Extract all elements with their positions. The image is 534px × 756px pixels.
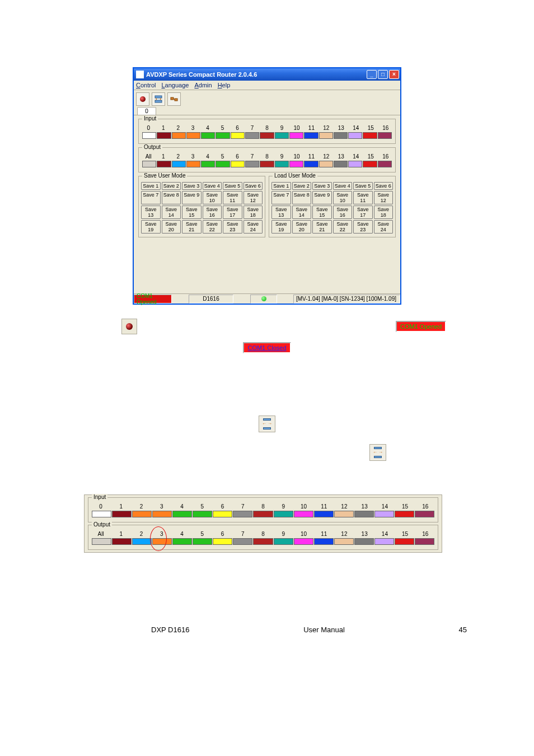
dinSwatch-swatch[interactable]	[294, 511, 313, 517]
inSwatch-swatch[interactable]	[142, 132, 156, 139]
doutSwatch-swatch[interactable]	[92, 538, 111, 545]
dinSwatch-swatch[interactable]	[193, 511, 212, 517]
doutSwatch-swatch[interactable]	[395, 538, 414, 545]
load-mode-button[interactable]: Save 13	[271, 206, 291, 219]
save-mode-button[interactable]: Save 10	[203, 191, 222, 204]
swap-button-standalone-1[interactable]: ← →	[259, 416, 275, 432]
save-mode-button[interactable]: Save 14	[162, 206, 181, 219]
outSwatch-swatch[interactable]	[216, 161, 229, 167]
outSwatch-swatch[interactable]	[231, 161, 245, 167]
load-mode-button[interactable]: Save 6	[374, 182, 394, 190]
load-mode-button[interactable]: Save 15	[312, 206, 332, 219]
load-mode-button[interactable]: Save 16	[333, 206, 353, 219]
doutSwatch-swatch[interactable]	[112, 538, 132, 545]
dinSwatch-swatch[interactable]	[112, 511, 132, 517]
load-mode-button[interactable]: Save 20	[292, 220, 312, 234]
save-mode-button[interactable]: Save 4	[203, 182, 222, 190]
maximize-button[interactable]: □	[378, 70, 388, 79]
save-mode-button[interactable]: Save 16	[203, 206, 222, 219]
dinSwatch-swatch[interactable]	[253, 511, 273, 517]
save-mode-button[interactable]: Save 24	[243, 220, 263, 234]
inSwatch-swatch[interactable]	[378, 132, 392, 139]
dinSwatch-swatch[interactable]	[314, 511, 334, 517]
save-mode-button[interactable]: Save 23	[223, 220, 242, 234]
inSwatch-swatch[interactable]	[201, 132, 215, 139]
record-button[interactable]	[136, 92, 149, 106]
doutSwatch-swatch[interactable]	[253, 538, 273, 545]
save-mode-button[interactable]: Save 9	[182, 191, 202, 204]
load-mode-button[interactable]: Save 1	[271, 182, 291, 190]
save-mode-button[interactable]: Save 6	[243, 182, 263, 190]
tab-0[interactable]: 0	[137, 107, 156, 115]
doutSwatch-swatch[interactable]	[354, 538, 374, 545]
outSwatch-swatch[interactable]	[348, 161, 362, 167]
save-mode-button[interactable]: Save 18	[243, 206, 263, 219]
dinSwatch-swatch[interactable]	[415, 511, 434, 517]
doutSwatch-swatch[interactable]	[334, 538, 354, 545]
doutSwatch-swatch[interactable]	[152, 538, 172, 545]
load-mode-button[interactable]: Save 24	[374, 220, 394, 234]
outSwatch-swatch[interactable]	[304, 161, 318, 167]
menu-language[interactable]: Language	[161, 82, 189, 88]
save-mode-button[interactable]: Save 11	[223, 191, 242, 204]
save-mode-button[interactable]: Save 2	[162, 182, 181, 190]
inSwatch-swatch[interactable]	[334, 132, 348, 139]
load-mode-button[interactable]: Save 19	[271, 220, 291, 234]
load-mode-button[interactable]: Save 9	[312, 191, 332, 204]
save-mode-button[interactable]: Save 20	[162, 220, 181, 234]
inSwatch-swatch[interactable]	[363, 132, 377, 139]
load-mode-button[interactable]: Save 23	[353, 220, 373, 234]
swap-button-standalone-2[interactable]: ← →	[369, 444, 386, 461]
inSwatch-swatch[interactable]	[289, 132, 303, 139]
record-button-standalone[interactable]	[121, 319, 137, 334]
outSwatch-swatch[interactable]	[245, 161, 259, 167]
doutSwatch-swatch[interactable]	[233, 538, 252, 545]
inSwatch-swatch[interactable]	[304, 132, 318, 139]
load-mode-button[interactable]: Save 8	[292, 191, 312, 204]
dinSwatch-swatch[interactable]	[274, 511, 293, 517]
save-mode-button[interactable]: Save 19	[141, 220, 161, 234]
load-mode-button[interactable]: Save 11	[353, 191, 373, 204]
outSwatch-swatch[interactable]	[186, 161, 200, 167]
dinSwatch-swatch[interactable]	[152, 511, 172, 517]
dinSwatch-swatch[interactable]	[213, 511, 232, 517]
doutSwatch-swatch[interactable]	[294, 538, 313, 545]
inSwatch-swatch[interactable]	[186, 132, 200, 139]
minimize-button[interactable]: _	[367, 70, 377, 79]
outSwatch-swatch[interactable]	[289, 161, 303, 167]
outSwatch-swatch[interactable]	[275, 161, 289, 167]
save-mode-button[interactable]: Save 22	[203, 220, 222, 234]
outSwatch-swatch[interactable]	[172, 161, 186, 167]
dinSwatch-swatch[interactable]	[395, 511, 414, 517]
save-mode-button[interactable]: Save 13	[141, 206, 161, 219]
dinSwatch-swatch[interactable]	[132, 511, 152, 517]
inSwatch-swatch[interactable]	[319, 132, 333, 139]
swap-button[interactable]	[152, 92, 165, 106]
outSwatch-swatch[interactable]	[319, 161, 333, 167]
close-button[interactable]: ×	[389, 70, 399, 79]
doutSwatch-swatch[interactable]	[132, 538, 152, 545]
outSwatch-swatch[interactable]	[260, 161, 274, 167]
outSwatch-swatch[interactable]	[334, 161, 348, 167]
inSwatch-swatch[interactable]	[231, 132, 245, 139]
inSwatch-swatch[interactable]	[348, 132, 362, 139]
inSwatch-swatch[interactable]	[260, 132, 274, 139]
load-mode-button[interactable]: Save 3	[312, 182, 332, 190]
dinSwatch-swatch[interactable]	[354, 511, 374, 517]
load-mode-button[interactable]: Save 2	[292, 182, 312, 190]
network-button[interactable]	[167, 92, 181, 106]
load-mode-button[interactable]: Save 7	[271, 191, 291, 204]
dinSwatch-swatch[interactable]	[374, 511, 394, 517]
doutSwatch-swatch[interactable]	[172, 538, 192, 545]
doutSwatch-swatch[interactable]	[314, 538, 334, 545]
load-mode-button[interactable]: Save 5	[353, 182, 373, 190]
menu-help[interactable]: Help	[218, 82, 231, 88]
save-mode-button[interactable]: Save 3	[182, 182, 202, 190]
outSwatch-swatch[interactable]	[378, 161, 392, 167]
load-mode-button[interactable]: Save 22	[333, 220, 353, 234]
titlebar[interactable]: AVDXP Series Compact Router 2.0.4.6 _ □ …	[134, 68, 400, 81]
load-mode-button[interactable]: Save 4	[333, 182, 353, 190]
save-mode-button[interactable]: Save 5	[223, 182, 242, 190]
load-mode-button[interactable]: Save 10	[333, 191, 353, 204]
outSwatch-swatch[interactable]	[142, 161, 156, 167]
